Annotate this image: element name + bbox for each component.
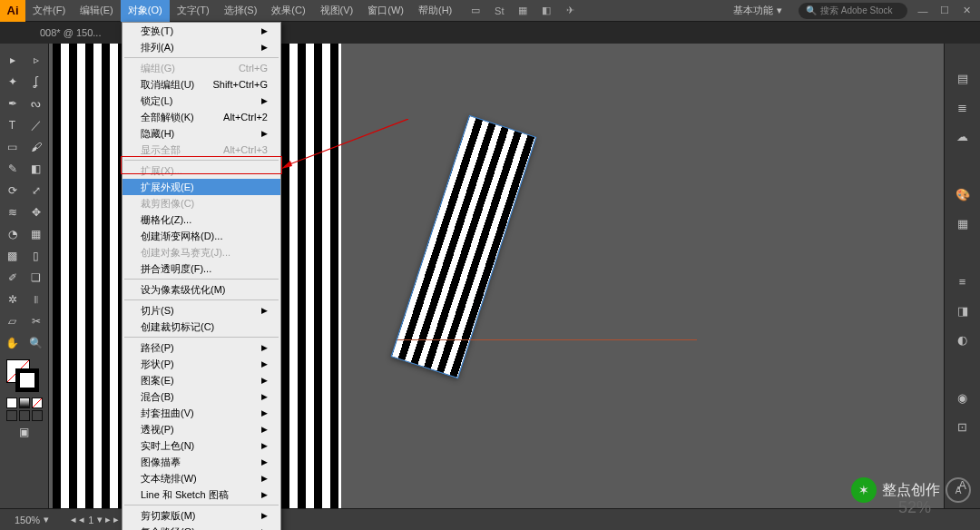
graph-tool[interactable]: ⫴	[25, 290, 47, 309]
direct-select-tool[interactable]: ▹	[25, 50, 47, 70]
arrange-docs-icon[interactable]: ▦	[515, 4, 530, 18]
menu-select[interactable]: 选择(S)	[217, 0, 265, 22]
menu-item-line 和 sketch 图稿[interactable]: Line 和 Sketch 图稿▶	[122, 486, 280, 503]
search-input[interactable]: 🔍搜索 Adobe Stock	[799, 3, 907, 19]
selection-tool[interactable]: ▸	[2, 50, 24, 70]
menu-effect[interactable]: 效果(C)	[264, 0, 312, 22]
menu-view[interactable]: 视图(V)	[313, 0, 361, 22]
menu-item-变换[interactable]: 变换(T)▶	[122, 23, 280, 39]
menu-item-图像描摹[interactable]: 图像描摹▶	[122, 454, 280, 470]
gpu-icon[interactable]: ◧	[539, 4, 554, 18]
gradient-tool[interactable]: ▯	[25, 246, 47, 266]
eraser-tool[interactable]: ◧	[25, 159, 47, 179]
menu-item-封套扭曲[interactable]: 封套扭曲(V)▶	[122, 405, 280, 421]
menu-item-路径[interactable]: 路径(P)▶	[122, 339, 280, 356]
menu-item-创建渐变网格[interactable]: 创建渐变网格(D)...	[122, 228, 280, 244]
color-mode-icon[interactable]	[6, 398, 17, 408]
color-selector[interactable]	[6, 359, 43, 396]
menu-item-复合路径[interactable]: 复合路径(O)▶	[122, 524, 280, 530]
document-tab[interactable]: 008* @ 150...	[40, 27, 101, 38]
blend-tool[interactable]: ❏	[25, 268, 47, 288]
annotation-arrow	[281, 119, 408, 169]
gradient-panel-icon[interactable]: ◨	[952, 299, 974, 321]
stroke-panel-icon[interactable]: ≡	[952, 270, 974, 292]
appearance-panel-icon[interactable]: ◉	[952, 387, 974, 408]
artboard-nav[interactable]: ◂ ◂ 1 ▾ ▸ ▸	[65, 514, 124, 525]
menu-file[interactable]: 文件(F)	[25, 0, 73, 22]
minimize-button[interactable]: —	[916, 5, 929, 17]
menu-item-排列[interactable]: 排列(A)▶	[122, 39, 280, 55]
menu-item-拼合透明度[interactable]: 拼合透明度(F)...	[122, 260, 280, 277]
workspace-switcher[interactable]: 基本功能▾	[726, 2, 789, 19]
menu-item-透视[interactable]: 透视(P)▶	[122, 421, 280, 437]
menu-item-设为像素级优化[interactable]: 设为像素级优化(M)	[122, 281, 280, 298]
rectangle-tool[interactable]: ▭	[2, 137, 24, 157]
menu-item-扩展外观[interactable]: 扩展外观(E)	[122, 179, 280, 195]
perspective-tool[interactable]: ▦	[25, 224, 47, 244]
menu-item-混合[interactable]: 混合(B)▶	[122, 388, 280, 405]
stock-icon[interactable]: St	[492, 4, 506, 18]
transparency-panel-icon[interactable]: ◐	[952, 329, 974, 350]
gradient-mode-icon[interactable]	[19, 398, 30, 408]
menu-item-形状[interactable]: 形状(P)▶	[122, 356, 280, 372]
eyedropper-tool[interactable]: ✐	[2, 268, 24, 288]
none-mode-icon[interactable]	[32, 398, 43, 408]
layers-panel-icon[interactable]: ≣	[952, 96, 974, 118]
lasso-tool[interactable]: ʆ	[25, 72, 47, 92]
close-button[interactable]: ✕	[960, 5, 973, 17]
draw-behind-icon[interactable]	[19, 410, 30, 421]
mesh-tool[interactable]: ▩	[2, 246, 24, 266]
color-panel-icon[interactable]: 🎨	[952, 183, 974, 205]
menu-item-锁定[interactable]: 锁定(L)▶	[122, 93, 280, 109]
bridge-icon[interactable]: ▭	[468, 4, 483, 18]
type-tool[interactable]: T	[2, 115, 24, 135]
submenu-arrow-icon: ▶	[261, 511, 268, 520]
maximize-button[interactable]: ☐	[938, 5, 951, 17]
menu-item-取消编组[interactable]: 取消编组(U)Shift+Ctrl+G	[122, 76, 280, 93]
symbol-sprayer-tool[interactable]: ✲	[2, 290, 24, 309]
menu-item-label: 裁剪图像(C)	[141, 197, 194, 211]
menu-help[interactable]: 帮助(H)	[411, 0, 459, 22]
draw-normal-icon[interactable]	[6, 410, 17, 421]
menu-item-全部解锁[interactable]: 全部解锁(K)Alt+Ctrl+2	[122, 109, 280, 125]
hand-tool[interactable]: ✋	[2, 333, 24, 353]
rotate-tool[interactable]: ⟳	[2, 181, 24, 201]
stroke-swatch[interactable]	[15, 368, 39, 392]
menu-type[interactable]: 文字(T)	[170, 0, 217, 22]
menu-item-隐藏[interactable]: 隐藏(H)▶	[122, 125, 280, 142]
shaper-tool[interactable]: ✎	[2, 159, 24, 179]
submenu-arrow-icon: ▶	[261, 359, 268, 368]
menu-item-栅格化[interactable]: 栅格化(Z)...	[122, 211, 280, 228]
pen-tool[interactable]: ✒	[2, 93, 24, 113]
screen-mode-button[interactable]: ▣	[14, 422, 35, 442]
menu-window[interactable]: 窗口(W)	[360, 0, 411, 22]
width-tool[interactable]: ≋	[2, 202, 24, 222]
menu-item-label: 取消编组(U)	[141, 78, 194, 92]
curvature-tool[interactable]: ᔓ	[25, 93, 47, 113]
menu-item-实时上色[interactable]: 实时上色(N)▶	[122, 437, 280, 454]
free-transform-tool[interactable]: ✥	[25, 202, 47, 222]
swatches-panel-icon[interactable]: ▦	[952, 212, 974, 234]
libraries-panel-icon[interactable]: ☁	[952, 125, 974, 147]
menu-item-label: 实时上色(N)	[141, 439, 194, 453]
zoom-selector[interactable]: 150% ▾	[9, 514, 54, 525]
menu-item-创建裁切标记[interactable]: 创建裁切标记(C)	[122, 319, 280, 335]
menu-item-切片[interactable]: 切片(S)▶	[122, 302, 280, 319]
menu-item-剪切蒙版[interactable]: 剪切蒙版(M)▶	[122, 507, 280, 524]
draw-inside-icon[interactable]	[32, 410, 43, 421]
rocket-icon[interactable]: ✈	[563, 4, 577, 18]
brush-tool[interactable]: 🖌	[25, 137, 47, 157]
slice-tool[interactable]: ✂	[25, 311, 47, 331]
zoom-tool[interactable]: 🔍	[25, 333, 47, 353]
scale-tool[interactable]: ⤢	[25, 181, 47, 201]
graphic-styles-panel-icon[interactable]: ⊡	[952, 416, 974, 437]
menu-item-文本绕排[interactable]: 文本绕排(W)▶	[122, 470, 280, 486]
shapebuilder-tool[interactable]: ◔	[2, 224, 24, 244]
menu-object[interactable]: 对象(O)	[121, 0, 170, 22]
menu-edit[interactable]: 编辑(E)	[73, 0, 121, 22]
properties-panel-icon[interactable]: ▤	[952, 67, 974, 89]
magic-wand-tool[interactable]: ✦	[2, 72, 24, 92]
line-tool[interactable]: ／	[25, 115, 47, 135]
artboard-tool[interactable]: ▱	[2, 311, 24, 331]
menu-item-图案[interactable]: 图案(E)▶	[122, 372, 280, 388]
